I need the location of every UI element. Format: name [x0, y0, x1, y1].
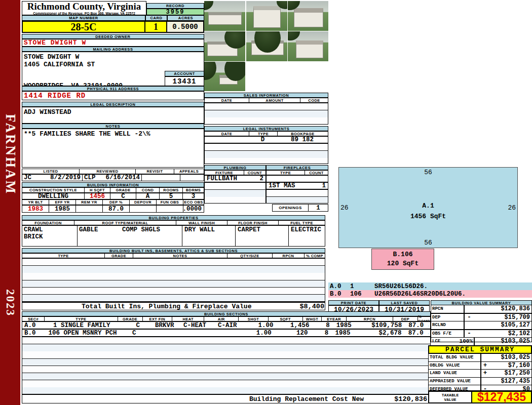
print-date-label: PRINT DATE	[328, 300, 379, 305]
plumbing-headers: FIXTURE COUNT	[204, 170, 266, 175]
bs-extfin-header: EXT FIN	[143, 317, 172, 321]
property-photo-1[interactable]	[204, 1, 245, 31]
cond-value: A	[136, 193, 160, 199]
property-photo-3[interactable]	[288, 1, 328, 31]
property-photo-5[interactable]	[246, 31, 287, 61]
bvs-obs-value: $2,102	[474, 330, 531, 337]
vector-a-path: SR56U26L56D26.	[374, 283, 428, 290]
legal-instruments-label: LEGAL INSTRUMENTS	[204, 126, 328, 131]
ps-totalbldg-label: TOTAL BLDG VALUE	[429, 354, 481, 361]
floor-finish-value: CARPET	[236, 226, 289, 246]
bs-b-type: 106 OPEN MSNRY PCH	[47, 330, 122, 336]
sketch-b-area: 120 SqFt	[372, 260, 434, 267]
ps-obldg-value: $7,160	[489, 362, 531, 369]
building-properties-headers: FOUNDATION ROOF TYPE/MATERIAL WALL FINIS…	[22, 220, 325, 225]
bs-a-heat: C-HEAT	[179, 322, 210, 329]
building-info-values-1: DWELLING 1456 C A 5 3	[22, 193, 204, 199]
fuel-type-value: ELECTRIC	[289, 226, 325, 246]
vector-a-sec: A.0	[328, 283, 350, 290]
bdrms-value: 3	[183, 193, 204, 199]
bs-a-extfin: BRKVR	[150, 322, 179, 329]
county-subtitle: Commissioner of the Revenue, PO Box 366,…	[22, 12, 146, 15]
record-value: 3959	[146, 9, 204, 15]
ps-totalbldg-value: $103,025	[489, 354, 531, 361]
county-header: Richmond County, Virginia Commissioner o…	[22, 1, 146, 15]
sketch-a-name: A.1	[339, 202, 517, 210]
physical-address-label: PHYSICAL 911 ADDRESS	[22, 86, 204, 91]
deeded-owner-value: STOWE DWIGHT W	[22, 39, 204, 47]
bi-grade-header: GRADE	[105, 254, 133, 258]
bs-dep-header: DEP	[393, 317, 418, 321]
funobs-value	[157, 206, 183, 212]
property-photo-4[interactable]	[204, 31, 245, 61]
bi-type-header: TYPE	[22, 254, 105, 258]
fireplaces-label: FIREPLACES	[266, 165, 328, 170]
bs-type-header: TYPE	[45, 317, 118, 321]
account-value: 13431	[165, 76, 204, 86]
reviewed-header: REVIEWED	[80, 169, 136, 174]
sales-date-header: DATE	[205, 98, 249, 102]
fixture-value: FULLBATH	[205, 176, 246, 182]
building-properties-values: CRAWL BRICK GABLE COMP SHGLS DRY WALL CA…	[22, 225, 325, 247]
openings-count: 1	[309, 205, 328, 211]
taxable-value: $127,435	[477, 390, 526, 404]
sales-headers: DATE AMOUNT CODE	[204, 98, 328, 103]
legal-description-value: ADJ WINSTEAD	[22, 107, 204, 124]
sketch-vector-a: A.0 1 SR56U26L56D26.	[328, 282, 532, 290]
card-label: CARD	[145, 15, 167, 21]
li-type-value: D	[249, 137, 277, 143]
vector-a-num: 1	[350, 283, 374, 290]
bs-b-shgt: 1.00	[242, 330, 274, 336]
building-information-label: BUILDING INFORMATION	[22, 182, 204, 187]
fixture-header: FIXTURE	[205, 171, 244, 175]
bs-a-eyear: 1985	[332, 322, 356, 329]
notes-value: **5 FAMILIES SHARE THE WELL -2\%	[22, 129, 204, 168]
legal-instrument-row: D 89 182	[204, 136, 328, 143]
fireplace-count-header: COUNT	[305, 171, 328, 175]
bvs-obs-op: -	[465, 330, 474, 337]
fireplace-type-header: TYPE	[267, 171, 305, 175]
bs-heat-header: HEAT	[172, 317, 204, 321]
acres-value: 0.5000	[167, 21, 204, 33]
ecoobs-value: -2.0000	[183, 206, 204, 212]
sketch-a-area: 1456 SqFt	[339, 213, 517, 220]
property-photo-6[interactable]	[288, 31, 328, 61]
property-record-card: FARNHAM 2023 Richmond County, Virginia C…	[0, 0, 532, 405]
bs-sqft-header: SQFT	[269, 317, 303, 321]
bs-a-rpcn: $109,758	[356, 322, 404, 329]
mailing-line-1: STOWE DWIGHT W	[24, 53, 202, 61]
replacement-cost-row: Building Replacement Cost New $120,836	[22, 394, 431, 403]
sales-empty-rows	[204, 103, 328, 125]
effyr-header: EFF YR	[49, 200, 76, 205]
yrblt-value: 1983	[22, 206, 49, 212]
bvs-dep-value: $15,709	[474, 314, 531, 321]
openings-label: OPENINGS	[273, 205, 309, 211]
bvs-dep-op: -	[465, 314, 474, 321]
property-photo-7[interactable]	[204, 62, 245, 91]
tax-year: 2023	[0, 272, 20, 333]
hsqft-header: H SQFT	[85, 188, 110, 192]
foundation-header: FOUNDATION	[22, 221, 74, 225]
ps-land-label: LAND VALUE	[429, 370, 481, 377]
mailing-address-label: MAILING ADDRESS	[22, 47, 204, 52]
foundation-value-1: CRAWL	[24, 226, 43, 233]
sketch-vector-b: B.0 106 U26R56D26L46SR20D6L20U6.	[328, 290, 532, 298]
building-section-row-b: B.0 106 OPEN MSNRY PCH C 1.00 120 8 1985…	[22, 329, 431, 337]
hsqft-value: 1456	[85, 193, 110, 199]
roof-type-value: GABLE	[79, 226, 98, 233]
bs-b-dep: 87.0	[404, 330, 428, 336]
taxable-label-line1: TAXABLE	[442, 393, 459, 397]
cond-header: COND	[136, 188, 160, 192]
bs-b-grade: C	[122, 330, 146, 336]
construction-style-value: DWELLING	[22, 193, 85, 199]
sketch-a-bottom-dim: 56	[339, 239, 517, 247]
fireplace-count-value: 1	[307, 183, 328, 189]
acres-label: ACRES	[167, 15, 204, 21]
property-photo-2[interactable]	[246, 1, 287, 31]
bs-b-rpcn: $2,678	[355, 330, 404, 336]
deeded-owner-label: DEEDED OWNER	[22, 34, 204, 39]
depovr-header: DEPOVR	[130, 200, 157, 205]
ps-land-value: $17,250	[489, 370, 531, 377]
appeals-value	[180, 175, 204, 181]
legal-instruments-headers: DATE TYPE BOOKPAGE	[204, 131, 328, 136]
